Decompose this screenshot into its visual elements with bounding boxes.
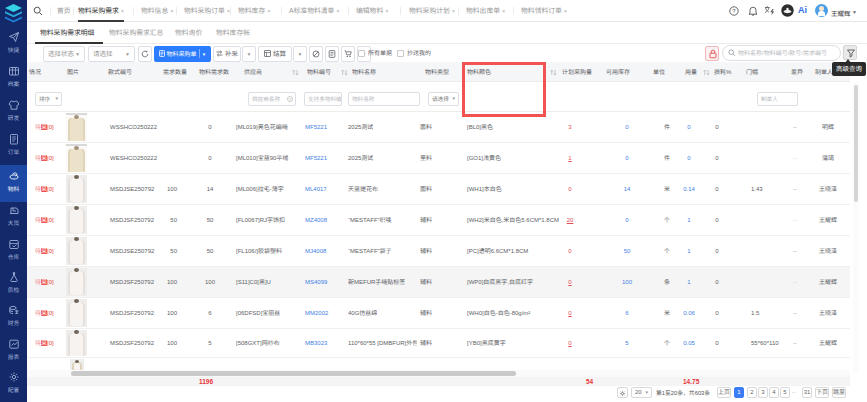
svg-text:?: ? [732,8,736,14]
